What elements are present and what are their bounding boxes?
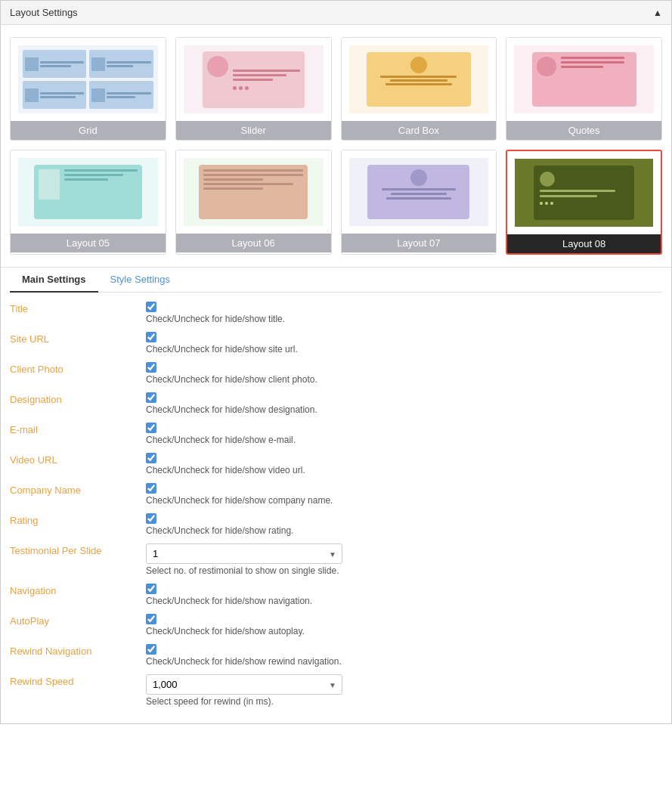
quotes-illustration [514, 45, 654, 113]
grid-line [107, 92, 150, 94]
setting-desc-client-photo: Check/Uncheck for hide/show client photo… [146, 374, 662, 385]
setting-desc-site-url: Check/Uncheck for hide/show site url. [146, 344, 662, 355]
l07-line [391, 193, 447, 195]
grid-line [107, 96, 135, 98]
setting-control-rewind-navigation: Check/Uncheck for hide/show rewind navig… [146, 644, 662, 667]
layout-item-cardbox[interactable]: Card Box [341, 37, 497, 141]
collapse-arrow-icon[interactable]: ▲ [653, 8, 662, 18]
grid-line [40, 65, 71, 67]
layout-item-layout07[interactable]: Layout 07 [341, 150, 497, 255]
grid-cell-img [91, 57, 105, 71]
checkbox-row-company-name [146, 483, 662, 494]
l07-avatar [410, 169, 427, 186]
layout-label-cardbox: Card Box [342, 121, 497, 140]
quotes-line [561, 57, 625, 59]
cardbox-line [390, 79, 447, 82]
l08-avatar [540, 172, 555, 187]
layout-preview-quotes [506, 38, 661, 121]
setting-control-email: Check/Uncheck for hide/show e-mail. [146, 423, 662, 445]
page-wrapper: Layout Settings ▲ [0, 0, 672, 724]
checkbox-designation[interactable] [146, 392, 156, 403]
setting-label-video-url: Video URL [10, 453, 146, 466]
checkbox-site-url[interactable] [146, 332, 156, 342]
l05-content [64, 169, 138, 215]
setting-row-rating: Rating Check/Uncheck for hide/show ratin… [10, 513, 662, 536]
setting-row-autoplay: AutoPlay Check/Uncheck for hide/show aut… [10, 614, 662, 636]
setting-desc-company-name: Check/Uncheck for hide/show company name… [146, 495, 662, 506]
slider-line [233, 70, 300, 72]
grid-line [107, 61, 150, 63]
checkbox-email[interactable] [146, 423, 156, 433]
slider-dot [233, 86, 237, 90]
grid-line [40, 96, 76, 98]
grid-cell-lines [40, 61, 84, 67]
setting-label-email: E-mail [10, 423, 146, 435]
setting-desc-video-url: Check/Uncheck for hide/show video url. [146, 465, 662, 475]
grid-cell [89, 81, 153, 109]
checkbox-row-autoplay [146, 614, 662, 624]
cardbox-lines [371, 76, 466, 85]
layout-preview-layout07 [342, 150, 497, 234]
layout-label-layout08: Layout 08 [507, 234, 661, 253]
l05-avatar [39, 169, 60, 200]
settings-content: Title Check/Uncheck for hide/show title.… [1, 293, 671, 723]
setting-label-company-name: Company Name [10, 483, 146, 496]
setting-control-video-url: Check/Uncheck for hide/show video url. [146, 453, 662, 475]
layout08-illustration [515, 159, 653, 227]
checkbox-autoplay[interactable] [146, 614, 156, 624]
page-header: Layout Settings ▲ [1, 1, 671, 25]
setting-row-rewind-navigation: Rewind Navigation Check/Uncheck for hide… [10, 644, 662, 667]
select-wrapper-testimonial: 1 2 3 4 ▼ [146, 543, 342, 564]
l06-line [203, 187, 263, 190]
layout-label-grid: Grid [11, 121, 166, 140]
l06-line [203, 178, 263, 181]
checkbox-rewind-navigation[interactable] [146, 644, 156, 655]
setting-label-client-photo: Client Photo [10, 362, 146, 375]
slider-illustration [184, 45, 324, 113]
grid-line [40, 92, 84, 94]
checkbox-navigation[interactable] [146, 584, 156, 594]
layout-label-slider: Slider [176, 121, 331, 140]
page-title: Layout Settings [10, 7, 78, 18]
setting-label-rating: Rating [10, 513, 146, 526]
setting-label-title: Title [10, 302, 146, 314]
checkbox-row-client-photo [146, 362, 662, 373]
layout-item-layout06[interactable]: Layout 06 [175, 150, 332, 255]
checkbox-title[interactable] [146, 302, 156, 312]
layout-label-quotes: Quotes [506, 121, 661, 140]
l07-line [386, 197, 451, 200]
layout-item-grid[interactable]: Grid [10, 37, 166, 141]
l08-dot [540, 202, 543, 205]
tab-main-settings[interactable]: Main Settings [10, 268, 98, 293]
layout-item-quotes[interactable]: Quotes [506, 37, 662, 141]
checkbox-company-name[interactable] [146, 483, 156, 494]
select-rewind-speed[interactable]: 1,000 2,000 3,000 500 [146, 674, 342, 695]
setting-desc-email: Check/Uncheck for hide/show e-mail. [146, 435, 662, 445]
layout-grid: Grid [1, 25, 671, 267]
layout-item-layout05[interactable]: Layout 05 [10, 150, 166, 255]
select-testimonial-per-slide[interactable]: 1 2 3 4 [146, 543, 342, 564]
setting-desc-autoplay: Check/Uncheck for hide/show autoplay. [146, 626, 662, 636]
setting-row-testimonial-per-slide: Testimonial Per Slide 1 2 3 4 ▼ Select n… [10, 543, 662, 576]
checkbox-row-rewind-navigation [146, 644, 662, 655]
checkbox-video-url[interactable] [146, 453, 156, 463]
setting-desc-rewind-speed: Select speed for rewind (in ms). [146, 696, 662, 707]
setting-label-rewind-navigation: Rewind Navigation [10, 644, 146, 657]
slider-card [203, 51, 305, 108]
checkbox-row-rating [146, 513, 662, 524]
setting-row-navigation: Navigation Check/Uncheck for hide/show n… [10, 584, 662, 606]
checkbox-client-photo[interactable] [146, 362, 156, 373]
quotes-line [561, 61, 625, 63]
setting-label-site-url: Site URL [10, 332, 146, 345]
checkbox-row-navigation [146, 584, 662, 594]
l06-line [203, 169, 302, 172]
checkbox-rating[interactable] [146, 513, 156, 524]
layout-label-layout05: Layout 05 [11, 234, 166, 252]
setting-control-autoplay: Check/Uncheck for hide/show autoplay. [146, 614, 662, 636]
tab-style-settings[interactable]: Style Settings [98, 268, 183, 293]
layout-item-layout08[interactable]: Layout 08 [506, 150, 662, 255]
layout-item-slider[interactable]: Slider [175, 37, 332, 141]
grid-cell [23, 50, 86, 78]
layout05-illustration [18, 158, 158, 226]
cardbox-avatar [410, 57, 427, 73]
